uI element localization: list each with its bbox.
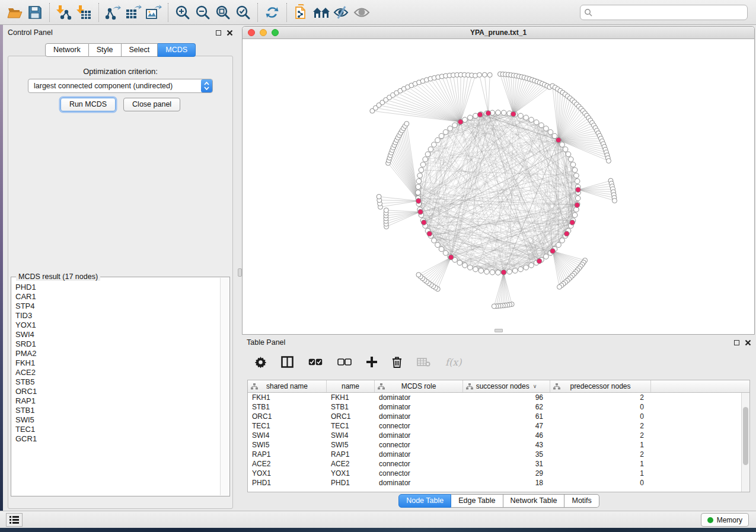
task-history-button[interactable] [6, 513, 23, 527]
show-details-button[interactable] [352, 3, 372, 22]
table-row[interactable]: RAP1RAP1dominator352 [248, 450, 741, 459]
select-stepper-icon [201, 79, 212, 92]
open-file-button[interactable] [5, 3, 25, 22]
list-item[interactable]: RAP1 [12, 396, 220, 406]
splitter-handle[interactable] [238, 268, 242, 277]
maximize-window-button[interactable] [272, 29, 279, 36]
memory-button[interactable]: Memory [701, 513, 749, 527]
node-table-body: FKH1FKH1dominator962 STB1STB1dominator62… [248, 393, 741, 492]
network-graph[interactable] [243, 39, 754, 334]
import-network-button[interactable] [54, 3, 74, 22]
column-header-mcds-role[interactable]: MCDS role [375, 380, 463, 392]
list-item[interactable]: SWI4 [12, 330, 220, 339]
list-item[interactable]: STB1 [12, 406, 220, 415]
table-row[interactable]: FKH1FKH1dominator962 [248, 393, 741, 402]
close-panel-button[interactable]: Close panel [123, 98, 180, 111]
tab-style[interactable]: Style [89, 43, 122, 57]
list-item[interactable]: ACE2 [12, 368, 220, 377]
table-row[interactable]: STB1STB1dominator620 [248, 402, 741, 412]
search-input[interactable] [592, 8, 744, 17]
zoom-selected-button[interactable] [233, 3, 253, 22]
tab-network-table[interactable]: Network Table [503, 494, 565, 508]
table-row[interactable]: PHD1PHD1dominator180 [248, 478, 741, 488]
memory-status-icon [707, 517, 713, 523]
sort-descending-icon: ∨ [533, 383, 537, 389]
dominator-node [416, 198, 421, 204]
export-table-button[interactable] [123, 3, 143, 22]
table-row[interactable]: TEC1TEC1connector472 [248, 421, 741, 431]
import-table-button[interactable] [74, 3, 94, 22]
list-item[interactable]: SWI5 [12, 415, 220, 425]
export-network-button[interactable] [103, 3, 123, 22]
table-scrollbar-thumb[interactable] [743, 407, 748, 465]
column-label: shared name [266, 382, 308, 390]
list-item[interactable]: TID3 [12, 311, 220, 321]
close-panel-icon[interactable] [227, 30, 233, 36]
network-canvas[interactable] [243, 39, 754, 334]
export-network-icon [105, 5, 122, 20]
table-row[interactable]: ORC1ORC1dominator610 [248, 412, 741, 421]
search-field[interactable] [580, 5, 748, 20]
list-item[interactable]: YOX1 [12, 321, 220, 330]
delete-column-button[interactable] [392, 357, 402, 368]
export-image-button[interactable] [143, 3, 164, 22]
vertical-splitter[interactable] [238, 25, 242, 511]
table-row[interactable]: SWI4SWI4dominator462 [248, 431, 741, 440]
zoom-in-button[interactable] [173, 3, 193, 22]
column-header-shared-name[interactable]: shared name [248, 380, 327, 392]
refresh-view-button[interactable] [262, 3, 282, 22]
table-row[interactable]: SWI5SWI5connector431 [248, 440, 741, 450]
list-item[interactable]: PHD1 [12, 283, 220, 292]
table-settings-button[interactable] [255, 357, 266, 368]
table-row[interactable]: YOX1YOX1connector291 [248, 469, 741, 478]
zoom-out-button[interactable] [193, 3, 213, 22]
add-column-button[interactable] [366, 357, 377, 367]
dominator-node [477, 112, 483, 117]
run-mcds-button[interactable]: Run MCDS [60, 98, 116, 111]
list-item[interactable]: STP4 [12, 302, 220, 311]
deselect-all-button[interactable] [337, 358, 352, 366]
hide-details-button[interactable] [331, 3, 352, 22]
column-header-successor-nodes[interactable]: successor nodes ∨ [463, 380, 550, 392]
column-header-predecessor-nodes[interactable]: predecessor nodes [550, 380, 651, 392]
attribute-tree-icon [553, 383, 560, 390]
list-item[interactable]: CAR1 [12, 292, 220, 302]
save-session-button[interactable] [25, 3, 45, 22]
horizontal-splitter-handle[interactable] [495, 329, 503, 332]
table-scrollbar[interactable] [741, 393, 749, 492]
minimize-window-button[interactable] [260, 29, 267, 36]
tab-motifs[interactable]: Motifs [564, 494, 599, 508]
list-item[interactable]: PMA2 [12, 349, 220, 358]
zoom-fit-button[interactable] [213, 3, 233, 22]
criterion-select[interactable]: largest connected component (undirected) [28, 79, 213, 93]
dominator-node [422, 220, 427, 225]
list-item[interactable]: FKH1 [12, 358, 220, 368]
float-panel-icon[interactable] [216, 30, 221, 36]
table-row[interactable]: ACE2ACE2connector311 [248, 459, 741, 469]
list-item[interactable]: ORC1 [12, 387, 220, 396]
dominator-node [575, 203, 580, 208]
tab-select[interactable]: Select [122, 43, 158, 57]
network-nodes[interactable] [370, 72, 617, 309]
float-panel-icon[interactable] [734, 340, 739, 345]
select-all-button[interactable] [308, 358, 323, 366]
list-item[interactable]: GCR1 [12, 434, 220, 444]
tab-edge-table[interactable]: Edge Table [451, 494, 503, 508]
home-networks-button[interactable] [311, 3, 331, 22]
share-network-document-button[interactable] [291, 3, 311, 22]
tab-node-table[interactable]: Node Table [398, 494, 451, 508]
list-item[interactable]: TEC1 [12, 425, 220, 434]
list-item[interactable]: STB5 [12, 377, 220, 387]
tab-mcds[interactable]: MCDS [158, 43, 196, 57]
close-panel-icon[interactable] [745, 339, 751, 346]
node-table-header: shared name name MCDS role successor nod… [248, 380, 749, 393]
dominator-node [427, 231, 432, 236]
tab-network[interactable]: Network [45, 43, 89, 57]
list-item[interactable]: SRD1 [12, 339, 220, 349]
mcds-list-scrollbar[interactable] [220, 278, 229, 495]
close-window-button[interactable] [248, 29, 255, 36]
column-header-name[interactable]: name [327, 380, 375, 392]
show-columns-button[interactable] [281, 356, 294, 368]
column-label: MCDS role [401, 382, 436, 390]
network-window-titlebar[interactable]: YPA_prune.txt_1 [243, 27, 754, 39]
